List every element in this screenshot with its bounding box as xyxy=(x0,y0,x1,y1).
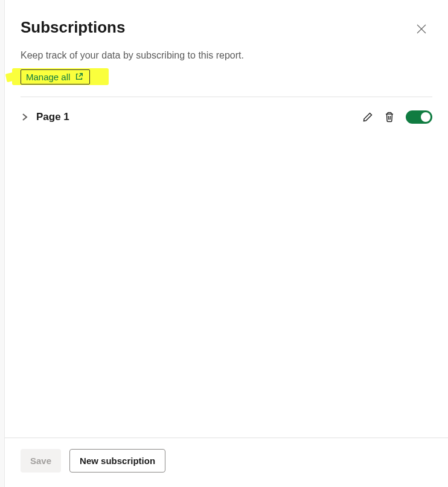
toggle-knob xyxy=(421,112,430,122)
row-left: Page 1 xyxy=(21,111,69,123)
header: Subscriptions xyxy=(5,0,448,49)
close-icon xyxy=(417,24,426,34)
background-edge xyxy=(0,0,5,487)
panel-title: Subscriptions xyxy=(21,18,125,37)
trash-icon xyxy=(384,112,395,123)
manage-all-container: Manage all xyxy=(5,69,448,97)
subscriptions-panel: Subscriptions Keep track of your data by… xyxy=(5,0,448,487)
delete-button[interactable] xyxy=(384,112,395,123)
new-subscription-button[interactable]: New subscription xyxy=(69,449,165,473)
close-button[interactable] xyxy=(414,22,429,39)
edit-button[interactable] xyxy=(362,112,373,123)
subscription-name: Page 1 xyxy=(36,111,69,123)
expand-button[interactable] xyxy=(21,113,29,121)
open-external-icon xyxy=(75,72,83,81)
chevron-right-icon xyxy=(21,113,29,121)
manage-all-label: Manage all xyxy=(26,72,70,82)
pencil-icon xyxy=(362,112,373,123)
footer: Save New subscription xyxy=(5,438,448,487)
save-button[interactable]: Save xyxy=(21,449,61,473)
enabled-toggle[interactable] xyxy=(406,110,432,124)
svg-line-2 xyxy=(79,74,82,77)
panel-description: Keep track of your data by subscribing t… xyxy=(5,49,448,69)
subscription-row: Page 1 xyxy=(21,110,432,124)
subscription-list: Page 1 xyxy=(5,97,448,438)
manage-all-button[interactable]: Manage all xyxy=(21,69,90,84)
row-actions xyxy=(362,110,432,124)
